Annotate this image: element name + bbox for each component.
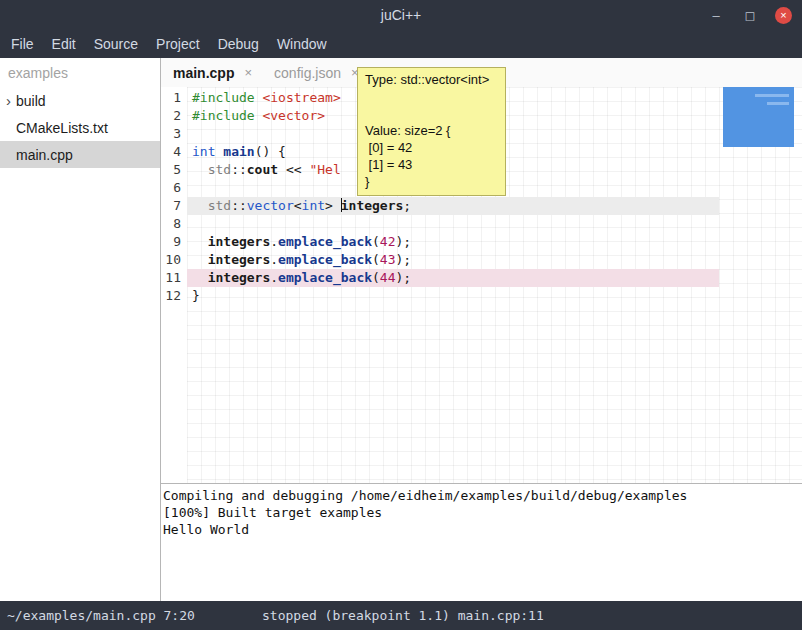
code-token: int <box>302 198 325 213</box>
tab-config-json[interactable]: config.json× <box>274 65 359 81</box>
menu-item-project[interactable]: Project <box>147 30 209 58</box>
editor-line-9[interactable]: 9 integers.emplace_back(42); <box>161 233 802 251</box>
code-token: :: <box>231 162 247 177</box>
expand-arrow-icon[interactable]: › <box>0 92 16 109</box>
line-number: 9 <box>161 233 187 251</box>
juci-window: juCi++ – ◻ × FileEditSourceProjectDebugW… <box>0 0 802 630</box>
code-text: integers.emplace_back(42); <box>187 233 719 251</box>
code-token: ( <box>372 234 380 249</box>
sidebar-item-main-cpp[interactable]: main.cpp <box>0 141 160 168</box>
line-number: 5 <box>161 161 187 179</box>
terminal-output: Compiling and debugging /home/eidheim/ex… <box>161 484 802 601</box>
code-text: std::vector<int> integers; <box>187 197 719 215</box>
code-token: () { <box>255 144 286 159</box>
code-token: ); <box>396 270 412 285</box>
editor-line-8[interactable]: 8 <box>161 215 802 233</box>
code-token: integers <box>208 252 271 267</box>
tooltip-line: Type: std::vector<int> <box>365 71 498 88</box>
code-token: <iostream> <box>262 90 340 105</box>
code-token: emplace_back <box>278 252 372 267</box>
line-number: 3 <box>161 125 187 143</box>
code-token: < <box>294 198 302 213</box>
line-number: 12 <box>161 287 187 305</box>
editor-line-7[interactable]: 7 std::vector<int> integers; <box>161 197 802 215</box>
debug-tooltip: Type: std::vector<int>Value: size=2 { [0… <box>357 67 506 196</box>
line-number: 7 <box>161 197 187 215</box>
terminal-line: [100%] Built target examples <box>163 504 800 521</box>
code-token: 42 <box>380 234 396 249</box>
code-text: } <box>187 287 719 305</box>
code-token: integers <box>208 234 271 249</box>
sidebar-item-build[interactable]: ›build <box>0 87 160 114</box>
sidebar-item-label: build <box>16 93 46 109</box>
restore-button[interactable]: ◻ <box>741 8 759 23</box>
tooltip-line: Value: size=2 { <box>365 122 498 139</box>
sidebar-item-cmakelists-txt[interactable]: CMakeLists.txt <box>0 114 160 141</box>
scroll-overview-thumb[interactable] <box>723 87 794 147</box>
line-number: 2 <box>161 107 187 125</box>
code-token: integers <box>208 270 271 285</box>
code-token: "Hel <box>309 162 340 177</box>
editor-line-10[interactable]: 10 integers.emplace_back(43); <box>161 251 802 269</box>
menu-bar: FileEditSourceProjectDebugWindow <box>0 30 802 58</box>
code-token <box>192 162 208 177</box>
code-token: . <box>270 252 278 267</box>
project-name: examples <box>0 58 160 87</box>
editor-line-12[interactable]: 12} <box>161 287 802 305</box>
menu-item-edit[interactable]: Edit <box>43 30 85 58</box>
code-token <box>192 234 208 249</box>
line-number: 4 <box>161 143 187 161</box>
code-token: std <box>208 162 231 177</box>
code-token: ); <box>396 234 412 249</box>
tooltip-line: [1] = 43 <box>365 156 498 173</box>
sidebar-item-label: CMakeLists.txt <box>16 120 108 136</box>
code-token: << <box>278 162 309 177</box>
line-number: 11 <box>161 269 187 287</box>
code-token: cout <box>247 162 278 177</box>
code-token: emplace_back <box>278 234 372 249</box>
code-token: } <box>192 288 200 303</box>
code-token: int <box>192 144 215 159</box>
code-token: 43 <box>380 252 396 267</box>
code-token: #include <box>192 108 255 123</box>
status-debug-state: stopped (breakpoint 1.1) main.cpp:11 <box>262 601 544 630</box>
code-token <box>192 252 208 267</box>
tooltip-line: [0] = 42 <box>365 139 498 156</box>
menu-item-source[interactable]: Source <box>85 30 147 58</box>
tab-label: main.cpp <box>173 65 234 81</box>
line-number: 10 <box>161 251 187 269</box>
code-token: vector <box>247 198 294 213</box>
menu-item-window[interactable]: Window <box>268 30 336 58</box>
code-text <box>187 215 719 233</box>
line-number: 1 <box>161 89 187 107</box>
overview-mark <box>767 102 789 105</box>
line-number: 6 <box>161 179 187 197</box>
code-token: ; <box>403 198 411 213</box>
code-token: ( <box>372 252 380 267</box>
code-token: 44 <box>380 270 396 285</box>
menu-item-file[interactable]: File <box>2 30 43 58</box>
code-token: integers <box>341 198 404 213</box>
tooltip-line: } <box>365 173 498 190</box>
sidebar-item-label: main.cpp <box>16 147 73 163</box>
tab-close-icon[interactable]: × <box>244 65 252 80</box>
tooltip-line <box>365 105 498 122</box>
sidebar: examples ›buildCMakeLists.txtmain.cpp <box>0 58 161 601</box>
code-token: :: <box>231 198 247 213</box>
code-token: > <box>325 198 341 213</box>
file-tree: ›buildCMakeLists.txtmain.cpp <box>0 87 160 168</box>
minimize-button[interactable]: – <box>707 8 725 23</box>
code-text: integers.emplace_back(44); <box>187 269 719 287</box>
overview-mark <box>755 94 789 97</box>
code-token: #include <box>192 90 255 105</box>
tab-main-cpp[interactable]: main.cpp× <box>173 65 252 81</box>
tooltip-line <box>365 88 498 105</box>
menu-item-debug[interactable]: Debug <box>209 30 268 58</box>
close-button[interactable]: × <box>775 7 792 24</box>
code-token: main <box>223 144 254 159</box>
code-token: <vector> <box>262 108 325 123</box>
editor-line-11[interactable]: 11 integers.emplace_back(44); <box>161 269 802 287</box>
tab-label: config.json <box>274 65 341 81</box>
code-token: . <box>270 234 278 249</box>
title-bar: juCi++ – ◻ × <box>0 0 802 30</box>
